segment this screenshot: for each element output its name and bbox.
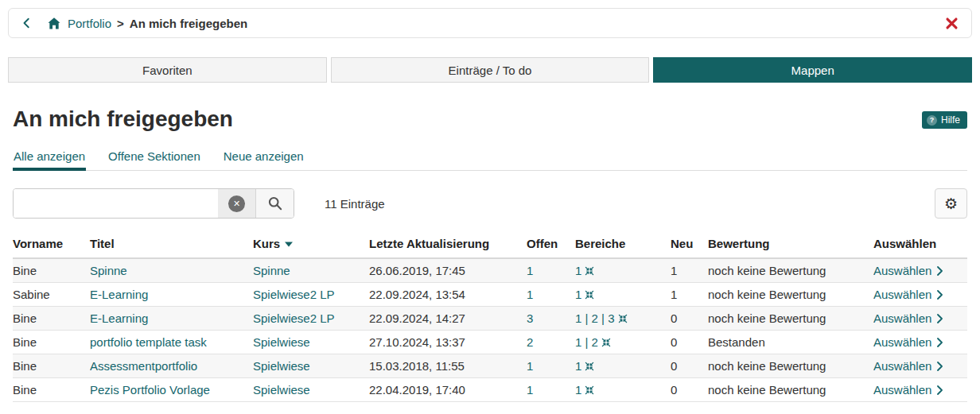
- tab-2[interactable]: Mappen: [653, 57, 972, 83]
- cell-auswaehlen: Auswählen: [873, 307, 967, 331]
- offen-link[interactable]: 3: [527, 311, 533, 325]
- back-button[interactable]: [21, 17, 33, 29]
- auswaehlen-link[interactable]: Auswählen: [873, 264, 943, 277]
- bereiche-numbers: 1: [575, 359, 581, 373]
- kurs-link[interactable]: Spielwiese: [253, 335, 310, 349]
- table-row: BineSpinneSpinne26.06.2019, 17:45111noch…: [13, 258, 967, 283]
- magnifier-icon: [268, 196, 282, 211]
- column-header-kurs[interactable]: Kurs: [253, 233, 369, 258]
- offen-link[interactable]: 1: [527, 359, 533, 373]
- bereiche-links[interactable]: 1 | 2: [575, 335, 611, 349]
- settings-button[interactable]: ⚙: [935, 188, 967, 219]
- bereiche-numbers: 1: [575, 383, 581, 397]
- entry-count: 11 Einträge: [325, 197, 385, 211]
- column-label: Titel: [90, 237, 115, 250]
- chevron-right-icon: [936, 362, 943, 371]
- gear-icon: ⚙: [944, 196, 958, 211]
- auswaehlen-link[interactable]: Auswählen: [873, 311, 943, 325]
- cell-bereiche: 1: [575, 378, 671, 402]
- cell-vorname: Bine: [13, 258, 90, 283]
- auswaehlen-label: Auswählen: [873, 311, 931, 325]
- cell-neu: 0: [671, 307, 708, 331]
- cell-vorname: Sabine: [13, 283, 90, 307]
- cell-titel: portfolio template task: [90, 331, 253, 354]
- clear-search-button[interactable]: ✕: [218, 189, 255, 218]
- column-header-neu: Neu: [671, 233, 708, 258]
- cell-neu: 1: [671, 258, 708, 283]
- breadcrumb-current: An mich freigegeben: [130, 17, 247, 30]
- auswaehlen-link[interactable]: Auswählen: [873, 335, 943, 349]
- view-subnav: Alle anzeigenOffene SektionenNeue anzeig…: [13, 145, 967, 171]
- column-label: Vorname: [13, 237, 63, 250]
- home-icon[interactable]: [47, 17, 61, 30]
- cell-titel: Assessmentportfolio: [90, 354, 253, 378]
- bereiche-links[interactable]: 1: [575, 359, 594, 373]
- offen-link[interactable]: 2: [527, 335, 533, 349]
- cell-titel: E-Learning: [90, 283, 253, 307]
- bereiche-links[interactable]: 1: [575, 264, 594, 277]
- subnav-item-2[interactable]: Neue anzeigen: [223, 145, 305, 170]
- titel-link[interactable]: portfolio template task: [90, 335, 207, 349]
- help-button[interactable]: ? Hilfe: [922, 111, 967, 129]
- close-x-icon: [945, 17, 959, 30]
- search-button[interactable]: [255, 189, 294, 218]
- offen-link[interactable]: 1: [527, 383, 533, 397]
- cell-offen: 1: [527, 258, 575, 283]
- cell-bereiche: 1 | 2 | 3: [575, 307, 671, 331]
- cell-offen: 1: [527, 378, 575, 402]
- titel-link[interactable]: Assessmentportfolio: [90, 359, 197, 373]
- cell-bewertung: Bestanden: [708, 331, 873, 354]
- cell-auswaehlen: Auswählen: [873, 354, 967, 378]
- column-header-bewertung: Bewertung: [708, 233, 873, 258]
- titel-link[interactable]: E-Learning: [90, 288, 148, 301]
- main-tabs: FavoritenEinträge / To doMappen: [8, 57, 972, 83]
- tab-0[interactable]: Favoriten: [8, 57, 327, 83]
- tab-1[interactable]: Einträge / To do: [331, 57, 650, 83]
- kurs-link[interactable]: Spinne: [253, 264, 290, 277]
- cell-neu: 1: [671, 283, 708, 307]
- kurs-link[interactable]: Spielwiese: [253, 359, 310, 373]
- bereiche-links[interactable]: 1: [575, 383, 594, 397]
- close-button[interactable]: [945, 17, 959, 30]
- triangle-down-icon: [285, 242, 293, 247]
- bereiche-links[interactable]: 1 | 2 | 3: [575, 311, 628, 325]
- column-header-bereiche: Bereiche: [575, 233, 671, 258]
- table-toolbar: ✕ 11 Einträge ⚙: [13, 188, 967, 219]
- titel-link[interactable]: Pezis Portfolio Vorlage: [90, 383, 210, 397]
- cell-kurs: Spielwiese: [253, 354, 369, 378]
- kurs-link[interactable]: Spielwiese2 LP: [253, 311, 335, 325]
- kurs-link[interactable]: Spielwiese: [253, 383, 310, 397]
- subnav-item-0[interactable]: Alle anzeigen: [13, 145, 86, 170]
- offen-link[interactable]: 1: [527, 288, 533, 301]
- cell-bereiche: 1: [575, 283, 671, 307]
- auswaehlen-link[interactable]: Auswählen: [873, 383, 943, 397]
- auswaehlen-label: Auswählen: [873, 264, 931, 277]
- titel-link[interactable]: E-Learning: [90, 311, 148, 325]
- auswaehlen-link[interactable]: Auswählen: [873, 288, 943, 301]
- column-header-titel: Titel: [90, 233, 253, 258]
- column-label: Letzte Aktualisierung: [369, 237, 489, 250]
- bereiche-links[interactable]: 1: [575, 288, 594, 301]
- offen-link[interactable]: 1: [527, 264, 533, 277]
- cell-bereiche: 1 | 2: [575, 331, 671, 354]
- subnav-item-1[interactable]: Offene Sektionen: [107, 145, 201, 170]
- table-row: Bineportfolio template taskSpielwiese27.…: [13, 331, 967, 354]
- auswaehlen-link[interactable]: Auswählen: [873, 359, 943, 373]
- cell-titel: E-Learning: [90, 307, 253, 331]
- question-circle-icon: ?: [927, 115, 937, 126]
- cell-auswaehlen: Auswählen: [873, 283, 967, 307]
- arrows-inward-icon: [585, 385, 594, 395]
- kurs-link[interactable]: Spielwiese2 LP: [253, 288, 335, 301]
- titel-link[interactable]: Spinne: [90, 264, 127, 277]
- help-label: Hilfe: [941, 114, 960, 126]
- table-body: BineSpinneSpinne26.06.2019, 17:45111noch…: [13, 258, 967, 402]
- search-input[interactable]: [14, 189, 218, 218]
- cell-kurs: Spielwiese2 LP: [253, 307, 369, 331]
- arrows-inward-icon: [585, 290, 594, 300]
- column-label: Bereiche: [575, 237, 625, 250]
- column-header-ausw-hlen: Auswählen: [873, 233, 967, 258]
- breadcrumb-separator: >: [117, 17, 124, 30]
- breadcrumb-portfolio-link[interactable]: Portfolio: [68, 17, 111, 30]
- cell-bewertung: noch keine Bewertung: [708, 258, 873, 283]
- cell-vorname: Bine: [13, 307, 90, 331]
